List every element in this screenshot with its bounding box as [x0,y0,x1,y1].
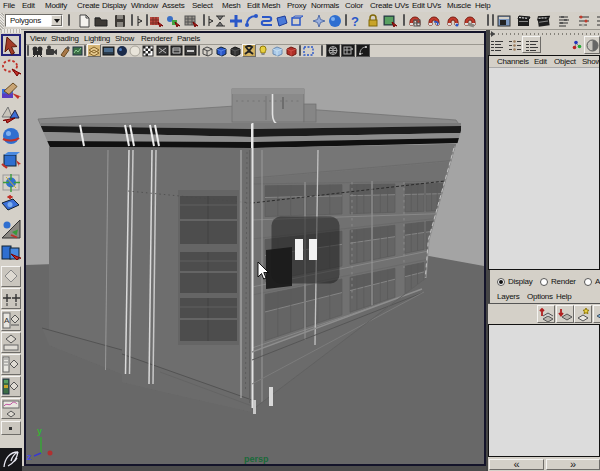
svg-text:z: z [27,452,32,462]
svg-text:y: y [37,426,42,436]
svg-text:A: A [4,316,10,325]
svg-text:persp: persp [244,454,269,464]
svg-text:?: ? [351,14,359,28]
